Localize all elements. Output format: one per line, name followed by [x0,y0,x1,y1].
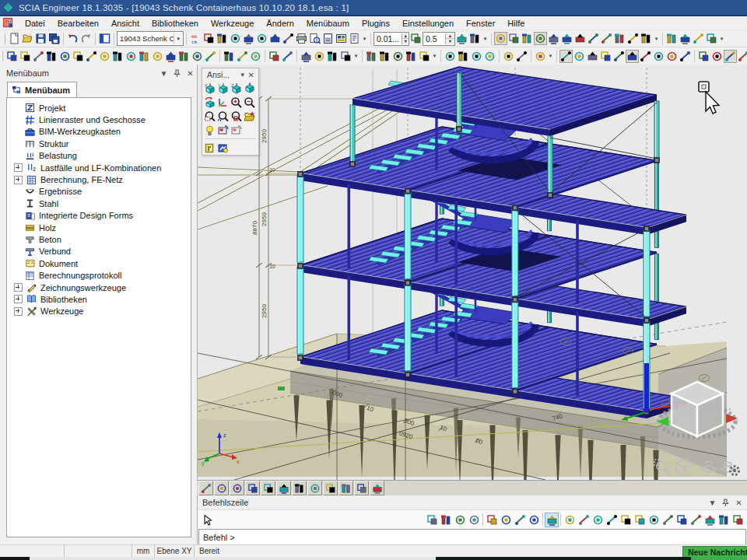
folder-export-icon[interactable] [534,50,547,63]
snap-tangent-icon[interactable] [527,513,541,527]
win-new-icon[interactable] [483,50,496,63]
bim-member-icon[interactable] [559,50,573,63]
vp-supports-icon[interactable] [600,32,613,45]
section-pen-icon[interactable] [198,481,213,495]
tree-expander-icon[interactable] [14,163,23,172]
vp-model-icon[interactable] [613,32,626,45]
render-mode-icon[interactable] [216,141,230,155]
print-icon[interactable] [295,32,308,45]
bim-node-icon[interactable] [573,50,586,63]
binocular-b-icon[interactable] [281,50,294,63]
vp-members-icon[interactable] [547,32,560,45]
save-icon[interactable] [34,32,47,45]
copy-multi-icon[interactable] [313,50,326,63]
view-17b-icon[interactable] [737,50,747,63]
angle-spinner-up-icon[interactable]: ▲ [446,33,454,40]
win-cascade-icon[interactable] [444,50,457,63]
view-rotate-icon[interactable] [203,95,216,109]
image-rotate-b-icon[interactable] [230,123,243,137]
bim-check-icon[interactable] [599,50,612,63]
bim-align-icon[interactable] [665,50,679,63]
member-weld-icon[interactable] [138,50,151,63]
undo-icon[interactable] [66,32,79,45]
dock-dropdown-icon[interactable]: ▼ [157,67,170,79]
abc-3d-icon[interactable] [292,481,307,495]
status-unit[interactable]: mm [132,545,155,557]
gallery-icon[interactable] [335,32,348,45]
toolbar-overflow-icon[interactable]: ▾ [352,51,359,62]
snap-step-icon[interactable] [409,32,423,45]
plumb-cone-icon[interactable] [230,481,244,495]
menu-einstellungen[interactable]: Einstellungen [396,17,460,30]
vp-nodes-icon[interactable] [560,32,573,45]
member-1d-icon[interactable] [5,50,19,63]
menu-werkzeuge[interactable]: Werkzeuge [205,17,260,30]
select-props-icon[interactable] [665,32,679,45]
member-rib-icon[interactable] [45,50,58,63]
floating-toolbar-close-icon[interactable]: ✕ [246,71,257,79]
select-cursor-icon[interactable] [223,50,236,63]
toolbar-overflow-icon[interactable]: ▾ [431,51,438,62]
viewport-3d[interactable]: 2950 2950 2950 8870 10 10 000 10 800 092… [197,65,747,480]
brush-del-icon[interactable] [515,50,528,63]
new-project-icon[interactable] [8,32,21,45]
floating-toolbar-dropdown-icon[interactable]: ▼ [240,72,246,79]
snap-perp-icon[interactable] [675,513,689,527]
pointer-arrow-icon[interactable] [200,513,214,527]
snap-off-icon[interactable] [467,513,481,527]
member-haunch-icon[interactable] [58,50,72,63]
mesh-box-icon[interactable] [255,32,268,45]
tree-item-linienraster-und-geschosse[interactable]: Linienraster und Geschosse [7,114,191,125]
menu-ansicht[interactable]: Ansicht [105,17,146,30]
view-z-icon[interactable]: Z [230,81,243,95]
bim-target-icon[interactable] [679,50,692,63]
snap-arc2-icon[interactable] [661,513,675,527]
snap-cursor-icon[interactable] [545,513,559,527]
toolbar-overflow-icon[interactable]: ▾ [653,33,660,44]
member-star-icon[interactable] [191,50,204,63]
activity-icon[interactable] [216,32,229,45]
tree-item-holz[interactable]: Holz [7,222,191,233]
select-brush-icon[interactable] [249,50,262,63]
snap-dim-icon[interactable] [703,513,717,527]
win-split-icon[interactable] [470,50,483,63]
tree-item-struktur[interactable]: Struktur [7,138,191,149]
dock-close-icon[interactable]: ✕ [184,67,197,79]
tree-item-werkzeuge[interactable]: Werkzeuge [7,306,191,317]
project-selector-dropdown-icon[interactable]: ▾ [174,33,183,44]
member-opening-icon[interactable] [72,50,85,63]
chart-bars-icon[interactable] [692,32,705,45]
member-sect-icon[interactable] [164,50,177,63]
snap-para-icon[interactable] [689,513,703,527]
document-dropdown-icon[interactable] [348,32,361,45]
scale-spinner[interactable]: 0.01...▲▼ [374,32,409,46]
zoom-in-icon[interactable] [230,95,243,109]
member-join-icon[interactable] [151,50,164,63]
tree-item-beton[interactable]: Beton [7,233,191,245]
dock-pin-icon[interactable] [170,67,184,79]
tree-item-lastf-lle-und-lf-kombinationen[interactable]: 2Lastfälle und LF-Kombinationen [7,162,191,173]
grid-red-icon[interactable] [370,481,384,495]
member-wall-icon[interactable] [98,50,111,63]
names-tool-icon[interactable] [705,32,718,45]
snap-node-k-icon[interactable] [605,513,619,527]
member-node-icon[interactable] [124,50,138,63]
snap-endpoint-icon[interactable] [485,513,499,527]
table-red-icon[interactable] [268,32,282,45]
scale-tool-icon[interactable] [455,32,468,45]
view-axo-icon[interactable] [243,81,256,95]
copy-stack-icon[interactable] [300,50,313,63]
menu-datei[interactable]: Datei [19,17,51,30]
zoom-all-icon[interactable] [216,109,230,123]
tree-item-verbund[interactable]: Verbund [7,246,191,257]
snap-node-kv-icon[interactable] [647,513,661,527]
vp-params-icon[interactable] [640,32,653,45]
vp-surfaces-icon[interactable] [521,32,534,45]
circle-red-icon[interactable] [405,50,418,63]
command-pin-icon[interactable] [719,497,732,509]
zoom-out-icon[interactable] [243,95,256,109]
toolbar-overflow-icon[interactable]: ▾ [361,33,368,44]
scale-spinner-up-icon[interactable]: ▲ [402,33,409,40]
tree-item-bim-werkzeugkasten[interactable]: BIM-Werkzeugkasten [7,126,191,138]
section-pen-gold-icon[interactable] [214,481,229,495]
